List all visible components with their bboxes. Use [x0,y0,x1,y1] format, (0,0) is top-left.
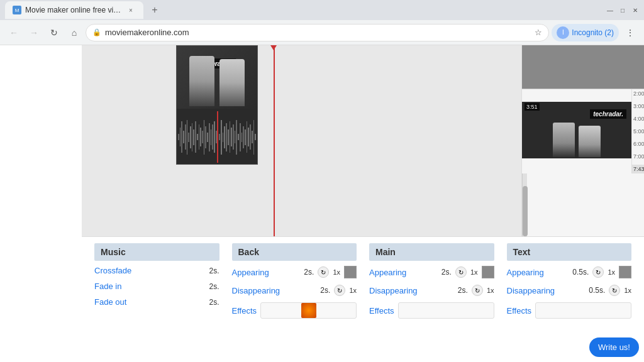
new-tab-button[interactable]: + [146,1,164,19]
person-left [189,56,214,106]
main-effects-label[interactable]: Effects [369,306,394,315]
playhead[interactable] [274,45,275,236]
back-appearing-value: 2s. [304,268,314,277]
address-bar[interactable]: 🔒 moviemakeronline.com ☆ [86,24,549,41]
fade-out-label[interactable]: Fade out [94,297,205,307]
title-bar: M Movie maker online free video e... × +… [0,0,644,20]
back-panel: Back Appearing 2s. ↻ 1x Disappearing 2s.… [232,243,357,356]
url-text: moviemakeronline.com [105,28,189,37]
back-button[interactable]: ← [5,24,23,41]
back-appearing-row: Appearing 2s. ↻ 1x [232,266,357,278]
bottom-controls: Music Crossfade 2s. Fade in 2s. Fade out… [82,236,644,362]
text-appearing-color[interactable] [619,266,631,278]
text-disappearing-badge: 1x [624,287,631,294]
back-appearing-label[interactable]: Appearing [232,268,301,277]
close-button[interactable]: ✕ [631,6,639,14]
main-disappearing-row: Disappearing 2s. ↻ 1x [369,285,494,296]
write-us-button[interactable]: Write us! [589,337,639,357]
main-appearing-row: Appearing 2s. ↻ 1x [369,266,494,278]
ruler-mark-500: 5:00 [632,127,644,140]
fade-in-value: 2s. [209,282,219,291]
video-clip-1[interactable]: techradar. [176,45,258,165]
refresh-button[interactable]: ↻ [45,24,63,41]
main-panel-header: Main [369,243,494,261]
back-disappearing-value: 2s. [320,286,330,295]
account-button[interactable]: I Incognito (2) [552,24,619,41]
right-ruler: 2:00 3:00 4:00 5:00 6:00 7:00 7:43 [631,89,644,173]
text-appearing-badge: 1x [608,268,615,276]
fade-in-label[interactable]: Fade in [94,282,205,291]
avatar: I [557,26,569,39]
main-appearing-value: 2s. [441,268,452,277]
ruler-mark-200: 2:00 [632,89,644,102]
bookmark-icon[interactable]: ☆ [535,28,542,37]
fade-out-value: 2s. [209,298,219,307]
person-right [219,59,245,106]
text-disappearing-value: 0.5s. [589,286,605,295]
text-disappearing-row: Disappearing 0.5s. ↻ 1x [507,285,632,296]
nav-actions: I Incognito (2) ⋮ [552,24,639,41]
preview-timestamp: 3:51 [525,103,540,111]
editor-area: techradar. [82,45,644,362]
fade-out-row: Fade out 2s. [94,297,219,307]
crossfade-value: 2s. [209,266,219,275]
text-disappearing-label[interactable]: Disappearing [507,286,586,295]
main-disappearing-reset-icon[interactable]: ↻ [472,285,483,296]
home-button[interactable]: ⌂ [65,24,83,41]
preview-person-right [579,126,601,157]
back-appearing-color[interactable] [344,266,357,278]
account-label: Incognito (2) [572,28,614,37]
main-appearing-label[interactable]: Appearing [369,268,438,277]
ruler-mark-743: 7:43 [632,165,644,173]
maximize-button[interactable]: □ [619,6,626,14]
clip-thumbnail: techradar. [177,46,257,109]
text-panel-header: Text [507,243,632,261]
back-disappearing-reset-icon[interactable]: ↻ [334,285,345,296]
back-disappearing-label[interactable]: Disappearing [232,286,317,295]
main-disappearing-label[interactable]: Disappearing [369,286,454,295]
text-effects-box[interactable] [535,302,631,319]
music-panel-header: Music [94,243,219,261]
preview-main: 3:51 techradar. 2:00 3:00 [522,89,644,173]
menu-button[interactable]: ⋮ [621,24,639,41]
main-effects-box[interactable] [398,302,494,319]
main-appearing-color[interactable] [482,266,494,278]
forward-button[interactable]: → [25,24,43,41]
lock-icon: 🔒 [92,28,101,36]
clip-gap [258,45,321,165]
text-effects-row: Effects [507,302,632,319]
main-appearing-reset-icon[interactable]: ↻ [455,266,467,278]
text-disappearing-reset-icon[interactable]: ↻ [609,285,620,296]
ruler-mark-300: 3:00 [632,102,644,114]
waveform-area [177,109,257,165]
content-area: techradar. [0,45,644,362]
nav-bar: ← → ↻ ⌂ 🔒 moviemakeronline.com ☆ I Incog… [0,20,644,45]
main-appearing-badge: 1x [470,268,478,276]
back-effects-label[interactable]: Effects [232,306,257,315]
text-effects-label[interactable]: Effects [507,306,532,315]
ruler-mark-700: 7:00 [632,152,644,165]
main-effects-row: Effects [369,302,494,319]
crossfade-label[interactable]: Crossfade [94,266,205,275]
scrollbar-thumb[interactable] [523,186,528,236]
active-tab[interactable]: M Movie maker online free video e... × [5,1,143,19]
main-disappearing-value: 2s. [458,286,468,295]
text-appearing-reset-icon[interactable]: ↻ [592,266,604,278]
main-disappearing-badge: 1x [487,287,494,294]
scrollbar[interactable] [522,173,527,236]
main-panel: Main Appearing 2s. ↻ 1x Disappearing 2s.… [369,243,494,356]
right-panel: 3:51 techradar. 2:00 3:00 [521,45,644,236]
left-panel [0,45,82,362]
tab-close-button[interactable]: × [126,5,136,15]
tracks-container: techradar. [82,45,521,236]
ruler-mark-600: 6:00 [632,140,644,152]
back-effects-box[interactable] [260,302,357,319]
back-appearing-reset-icon[interactable]: ↻ [318,266,329,278]
fade-in-row: Fade in 2s. [94,282,219,291]
text-appearing-label[interactable]: Appearing [507,268,569,277]
timeline-area[interactable]: techradar. [82,45,644,236]
controls-panels: Music Crossfade 2s. Fade in 2s. Fade out… [82,237,644,362]
minimize-button[interactable]: ― [606,6,614,14]
ruler-mark-400: 4:00 [632,114,644,127]
music-panel: Music Crossfade 2s. Fade in 2s. Fade out… [94,243,219,356]
